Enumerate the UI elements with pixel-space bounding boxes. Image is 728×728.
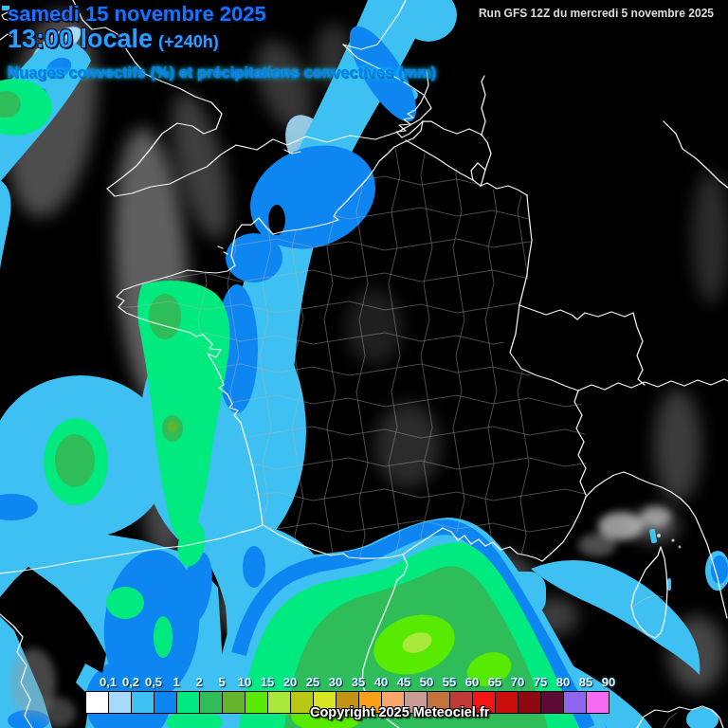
legend-label: 45 [391, 675, 416, 689]
legend-cell: 0,5 [131, 691, 155, 714]
legend-label: 0,5 [141, 675, 166, 689]
legend-label: 20 [278, 675, 302, 689]
legend-cell: 90 [586, 691, 610, 714]
forecast-offset: (+240h) [158, 32, 219, 51]
legend-label: 70 [505, 675, 530, 689]
map-canvas [0, 0, 728, 728]
legend-label: 85 [573, 675, 598, 689]
time-title: 13:00 locale [8, 25, 153, 53]
legend-cell: 1 [154, 691, 177, 714]
date-title: samedi 15 novembre 2025 [8, 2, 266, 27]
legend-cell: 20 [267, 691, 291, 714]
legend-label: 0,2 [118, 675, 143, 689]
legend-cell: 85 [563, 691, 587, 714]
legend-label: 2 [187, 675, 211, 689]
legend-label: 80 [551, 675, 575, 689]
legend-cell: 10 [222, 691, 246, 714]
legend-cell: 15 [245, 691, 268, 714]
time-row: 13:00 locale(+240h) [8, 25, 219, 54]
legend-cell: 70 [495, 691, 519, 714]
legend-label: 35 [346, 675, 371, 689]
legend-label: 75 [528, 675, 553, 689]
copyright-text: Copyright 2025 Meteociel.fr [310, 704, 489, 719]
legend-cell: 75 [518, 691, 541, 714]
legend-label: 10 [232, 675, 257, 689]
legend-label: 50 [414, 675, 439, 689]
legend-cell: 80 [540, 691, 564, 714]
legend-label: 30 [323, 675, 348, 689]
legend-label: 15 [255, 675, 280, 689]
model-run-info: Run GFS 12Z du mercredi 5 novembre 2025 [479, 7, 714, 20]
legend-label: 60 [460, 675, 484, 689]
legend-label: 0,1 [96, 675, 120, 689]
parameter-subtitle: Nuages convectifs (%) et précipitations … [8, 64, 436, 82]
legend-cell: 2 [176, 691, 200, 714]
legend-label: 25 [300, 675, 325, 689]
legend-cell: 0,2 [108, 691, 132, 714]
legend-label: 40 [369, 675, 393, 689]
legend-label: 65 [482, 675, 507, 689]
legend-label: 5 [209, 675, 234, 689]
legend-cell: 0,1 [85, 691, 109, 714]
legend-cell: 5 [199, 691, 223, 714]
legend-label: 55 [437, 675, 462, 689]
legend-label: 1 [164, 675, 189, 689]
weather-map-screenshot: samedi 15 novembre 2025 13:00 locale(+24… [0, 0, 728, 728]
legend-label: 90 [596, 675, 621, 689]
